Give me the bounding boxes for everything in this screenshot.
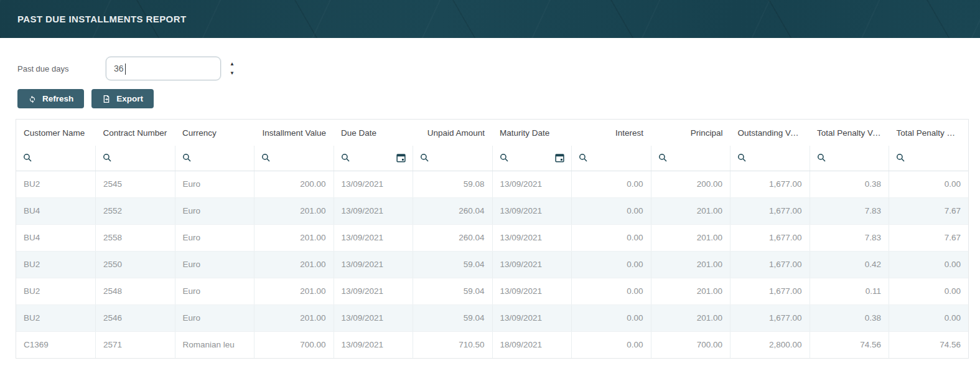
cell-outstanding-value: 2,800.00 (730, 331, 810, 358)
column-header-due-date[interactable]: Due Date (334, 120, 413, 146)
search-icon[interactable] (500, 153, 509, 163)
filter-cell-customer-name[interactable] (16, 146, 96, 171)
cell-total-penalty-un: 0.00 (889, 304, 969, 331)
cell-installment-value: 201.00 (254, 304, 334, 331)
search-icon[interactable] (103, 153, 112, 163)
search-icon[interactable] (23, 153, 32, 163)
past-due-days-input[interactable] (106, 57, 220, 80)
cell-outstanding-value: 1,677.00 (730, 171, 810, 197)
cell-due-date: 13/09/2021 (334, 251, 413, 278)
calendar-icon[interactable] (396, 153, 406, 163)
table-row[interactable]: BU22545Euro200.0013/09/202159.0813/09/20… (16, 171, 968, 197)
cell-maturity-date: 13/09/2021 (492, 304, 572, 331)
cell-interest: 0.00 (572, 171, 651, 197)
cell-installment-value: 700.00 (254, 331, 334, 358)
cell-contract-number: 2546 (96, 304, 175, 331)
search-icon[interactable] (579, 153, 588, 163)
table-row[interactable]: BU22548Euro201.0013/09/202159.0413/09/20… (16, 278, 968, 304)
cell-unpaid-amount: 59.04 (413, 278, 493, 304)
cell-outstanding-value: 1,677.00 (730, 224, 810, 251)
search-icon[interactable] (261, 153, 271, 163)
column-header-total-penalty-un[interactable]: Total Penalty Un… (889, 120, 969, 146)
cell-maturity-date: 18/09/2021 (492, 331, 572, 358)
filter-cell-interest[interactable] (572, 146, 651, 171)
search-icon[interactable] (658, 153, 668, 163)
column-header-outstanding-value[interactable]: Outstanding Value (730, 120, 810, 146)
toolbar: Refresh Export (17, 89, 980, 108)
cell-total-penalty-val: 7.83 (810, 224, 889, 251)
cell-due-date: 13/09/2021 (334, 171, 413, 197)
column-header-interest[interactable]: Interest (572, 120, 651, 146)
spinner-up-icon[interactable]: ▲ (230, 62, 235, 67)
cell-currency: Euro (175, 224, 254, 251)
cell-due-date: 13/09/2021 (334, 224, 413, 251)
table-row[interactable]: BU42558Euro201.0013/09/2021260.0413/09/2… (16, 224, 968, 251)
search-icon[interactable] (420, 153, 429, 163)
cell-unpaid-amount: 59.04 (413, 304, 493, 331)
filter-cell-contract-number[interactable] (96, 146, 175, 171)
table-row[interactable]: BU42552Euro201.0013/09/2021260.0413/09/2… (16, 197, 968, 224)
filter-cell-principal[interactable] (651, 146, 730, 171)
filter-cell-due-date[interactable] (334, 146, 413, 171)
cell-interest: 0.00 (572, 224, 651, 251)
cell-currency: Euro (175, 197, 254, 224)
search-icon[interactable] (341, 153, 350, 163)
cell-outstanding-value: 1,677.00 (730, 197, 810, 224)
cell-due-date: 13/09/2021 (334, 331, 413, 358)
cell-total-penalty-un: 7.67 (889, 224, 969, 251)
cell-principal: 201.00 (651, 251, 730, 278)
calendar-icon[interactable] (555, 153, 564, 163)
column-header-contract-number[interactable]: Contract Number (96, 120, 175, 146)
refresh-icon (28, 95, 37, 103)
table-row[interactable]: C13692571Romanian leu700.0013/09/2021710… (16, 331, 968, 358)
cell-total-penalty-un: 0.00 (889, 171, 969, 197)
cell-installment-value: 201.00 (254, 278, 334, 304)
column-header-total-penalty-val[interactable]: Total Penalty Val… (810, 120, 889, 146)
export-button-label: Export (116, 94, 143, 103)
column-header-currency[interactable]: Currency (175, 120, 254, 146)
cell-customer-name: BU4 (16, 197, 96, 224)
search-icon[interactable] (737, 153, 747, 163)
cell-due-date: 13/09/2021 (334, 197, 413, 224)
column-header-unpaid-amount[interactable]: Unpaid Amount (413, 120, 493, 146)
cell-installment-value: 200.00 (254, 171, 334, 197)
cell-installment-value: 201.00 (254, 224, 334, 251)
refresh-button[interactable]: Refresh (17, 89, 84, 108)
cell-customer-name: BU2 (16, 171, 96, 197)
past-due-days-input-box (106, 57, 221, 80)
cell-principal: 201.00 (651, 304, 730, 331)
column-header-customer-name[interactable]: Customer Name (16, 120, 96, 146)
table-row[interactable]: BU22546Euro201.0013/09/202159.0413/09/20… (16, 304, 968, 331)
filter-cell-total-penalty-val[interactable] (810, 146, 889, 171)
cell-currency: Euro (175, 278, 254, 304)
export-button[interactable]: Export (91, 89, 154, 108)
cell-contract-number: 2550 (96, 251, 175, 278)
search-icon[interactable] (182, 153, 192, 163)
cell-maturity-date: 13/09/2021 (492, 197, 572, 224)
table-row[interactable]: BU22550Euro201.0013/09/202159.0413/09/20… (16, 251, 968, 278)
filter-cell-maturity-date[interactable] (492, 146, 572, 171)
column-header-installment-value[interactable]: Installment Value (254, 120, 334, 146)
filter-cell-unpaid-amount[interactable] (413, 146, 493, 171)
spinner-down-icon[interactable]: ▼ (230, 71, 235, 76)
cell-currency: Euro (175, 251, 254, 278)
filter-cell-currency[interactable] (175, 146, 254, 171)
cell-outstanding-value: 1,677.00 (730, 278, 810, 304)
export-icon (102, 95, 111, 103)
filter-cell-installment-value[interactable] (254, 146, 334, 171)
search-icon[interactable] (817, 153, 826, 163)
cell-principal: 201.00 (651, 278, 730, 304)
cell-due-date: 13/09/2021 (334, 304, 413, 331)
search-icon[interactable] (896, 153, 905, 163)
cell-installment-value: 201.00 (254, 251, 334, 278)
filter-cell-outstanding-value[interactable] (730, 146, 810, 171)
cell-contract-number: 2548 (96, 278, 175, 304)
cell-customer-name: BU2 (16, 304, 96, 331)
cell-customer-name: BU2 (16, 278, 96, 304)
column-header-maturity-date[interactable]: Maturity Date (492, 120, 572, 146)
cell-currency: Romanian leu (175, 331, 254, 358)
cell-total-penalty-un: 0.00 (889, 278, 969, 304)
filter-cell-total-penalty-un[interactable] (889, 146, 969, 171)
column-header-principal[interactable]: Principal (651, 120, 730, 146)
installments-table: Customer NameContract NumberCurrencyInst… (16, 120, 968, 358)
